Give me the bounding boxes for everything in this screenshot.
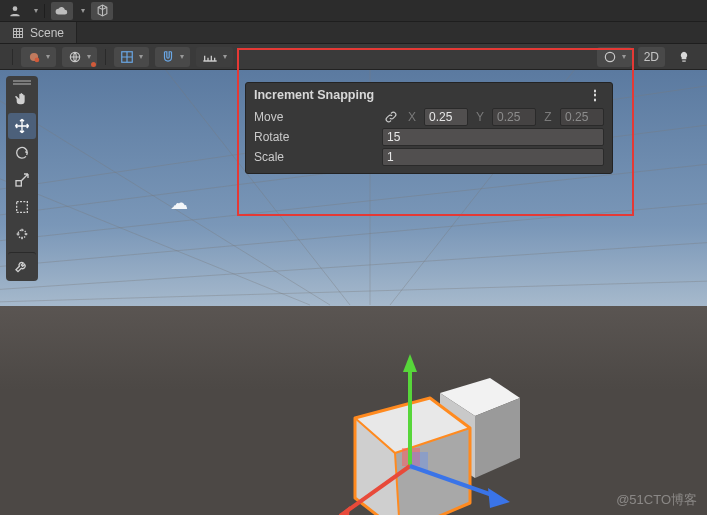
- rotate-label: Rotate: [254, 130, 376, 144]
- svg-marker-36: [488, 488, 510, 508]
- rotate-icon: [14, 145, 30, 161]
- scale-label: Scale: [254, 150, 376, 164]
- hand-icon: [14, 91, 30, 107]
- increment-snap-button[interactable]: ▾: [196, 47, 233, 67]
- gizmo-globe-button[interactable]: ▾: [62, 47, 97, 67]
- increment-snapping-popover: Increment Snapping ⋮ Move X 0.25 Y 0.25 …: [245, 82, 613, 174]
- popover-title: Increment Snapping: [254, 88, 374, 102]
- scale-icon: [14, 172, 30, 188]
- move-y-field[interactable]: 0.25: [492, 108, 536, 126]
- chevron-down-icon: ▾: [180, 52, 184, 61]
- svg-rect-19: [16, 181, 21, 186]
- lighting-toggle[interactable]: [671, 47, 697, 67]
- cloud-icon[interactable]: [51, 2, 73, 20]
- scale-field[interactable]: 1: [382, 148, 604, 166]
- lightbulb-icon: [677, 50, 691, 64]
- package-icon[interactable]: [91, 2, 113, 20]
- rotate-tool[interactable]: [8, 140, 36, 166]
- transform-icon: [14, 226, 30, 242]
- chevron-down-icon: ▾: [139, 52, 143, 61]
- scale-tool[interactable]: [8, 167, 36, 193]
- snap-settings-button[interactable]: ▾: [155, 47, 190, 67]
- cloud-chevron-icon[interactable]: ▾: [81, 6, 85, 15]
- tab-scene[interactable]: Scene: [0, 22, 77, 43]
- chevron-down-icon: ▾: [622, 52, 626, 61]
- svg-rect-7: [682, 60, 686, 61]
- custom-tools[interactable]: [8, 252, 36, 278]
- move-tool[interactable]: [8, 113, 36, 139]
- label-2d: 2D: [644, 50, 659, 64]
- tool-column: [6, 76, 38, 281]
- move-icon: [14, 118, 30, 134]
- shaded-icon: [27, 50, 41, 64]
- separator: [105, 49, 106, 65]
- tab-scene-label: Scene: [30, 26, 64, 40]
- rect-tool[interactable]: [8, 194, 36, 220]
- scene-objects: [320, 348, 540, 515]
- kebab-menu-icon[interactable]: ⋮: [586, 87, 604, 103]
- rotate-field[interactable]: 15: [382, 128, 604, 146]
- axis-y-label: Y: [474, 110, 486, 124]
- app-bar: ▾ ▾: [0, 0, 707, 22]
- axis-x-label: X: [406, 110, 418, 124]
- grid-visibility-button[interactable]: ▾: [114, 47, 149, 67]
- axis-z-label: Z: [542, 110, 554, 124]
- shaded-mode-button[interactable]: ▾: [21, 47, 56, 67]
- chevron-down-icon: ▾: [223, 52, 227, 61]
- drag-grip[interactable]: [8, 78, 36, 84]
- move-x-field[interactable]: 0.25: [424, 108, 468, 126]
- scene-grid-icon: [12, 27, 24, 39]
- move-label: Move: [254, 110, 376, 124]
- dot-indicator: [91, 62, 96, 67]
- cloud-sprite: ☁: [170, 192, 188, 214]
- grid-icon: [120, 50, 134, 64]
- svg-rect-20: [17, 202, 28, 213]
- account-chevron-icon[interactable]: ▾: [34, 6, 38, 15]
- chevron-down-icon: ▾: [87, 52, 91, 61]
- svg-marker-32: [403, 354, 417, 372]
- link-axes-icon[interactable]: [382, 110, 400, 124]
- svg-rect-1: [14, 28, 23, 37]
- separator: [44, 4, 45, 18]
- svg-point-0: [13, 6, 18, 11]
- ruler-icon: [202, 51, 218, 63]
- scene-toolbar: ▾ ▾ ▾ ▾ ▾ ▾ 2D: [0, 44, 707, 70]
- globe-icon: [68, 50, 82, 64]
- rect-icon: [14, 199, 30, 215]
- toggle-2d-button[interactable]: 2D: [638, 47, 665, 67]
- wrench-icon: [14, 259, 30, 275]
- svg-marker-34: [328, 506, 350, 515]
- transform-tool[interactable]: [8, 221, 36, 247]
- account-icon[interactable]: [4, 2, 26, 20]
- move-z-field[interactable]: 0.25: [560, 108, 604, 126]
- tab-row: Scene: [0, 22, 707, 44]
- hand-tool[interactable]: [8, 86, 36, 112]
- separator: [12, 49, 13, 65]
- svg-point-6: [605, 52, 614, 61]
- draw-mode-button[interactable]: ▾: [597, 47, 632, 67]
- chevron-down-icon: ▾: [46, 52, 50, 61]
- magnet-icon: [161, 50, 175, 64]
- watermark: @51CTO博客: [616, 491, 697, 509]
- circle-icon: [603, 50, 617, 64]
- svg-point-3: [35, 57, 40, 62]
